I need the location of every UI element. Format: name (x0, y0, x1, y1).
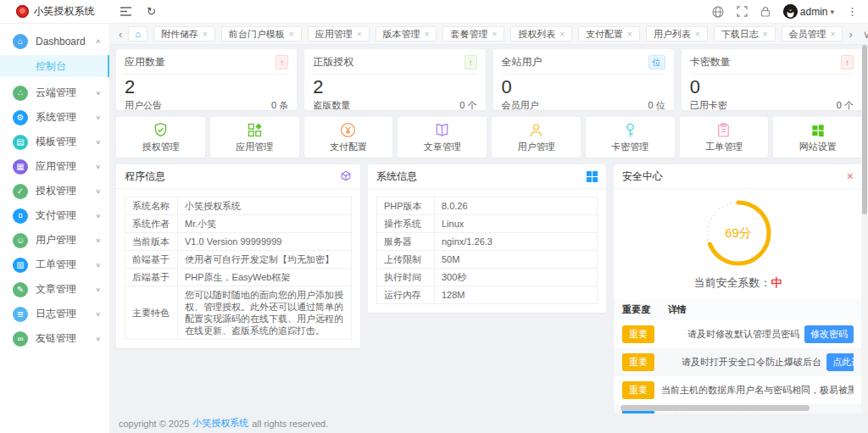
article-icon: ✎ (13, 282, 28, 297)
tab-license-list[interactable]: 授权列表× (510, 26, 572, 42)
stat-footer-value: 0 个 (837, 99, 854, 112)
shortcut-articles[interactable]: 文章管理 (398, 117, 487, 158)
sidebar-item-payment[interactable]: ¤ 支付管理 ∨ (0, 203, 109, 228)
refresh-icon[interactable]: ↻ (147, 6, 156, 17)
change-password-button[interactable]: 修改密码 (804, 325, 854, 343)
stat-card-licenses: 正版授权↑ 2 盗版数量0 个 (304, 49, 485, 110)
fullscreen-icon[interactable] (737, 6, 748, 17)
stat-value: 0 (502, 77, 665, 97)
tab-attachment-storage[interactable]: 附件储存× (153, 26, 215, 42)
tab-member-management[interactable]: 会员管理× (782, 26, 843, 42)
table-row: 后端基于PHP原生，EasyWeb框架 (125, 269, 352, 286)
stat-footer-label: 用户公告 (125, 99, 162, 112)
close-icon[interactable]: × (289, 30, 294, 39)
close-icon[interactable]: × (357, 30, 362, 39)
avatar (783, 4, 798, 19)
lock-icon[interactable] (760, 6, 771, 17)
tabs-menu-icon[interactable]: ∨ (863, 29, 868, 40)
close-icon[interactable]: × (425, 30, 430, 39)
user-icon: ☺ (13, 233, 28, 248)
vertical-scrollbar-track (861, 45, 868, 414)
tab-package-management[interactable]: 套餐管理× (442, 26, 504, 42)
app-logo-icon (16, 5, 29, 18)
sidebar-item-application[interactable]: ▦ 应用管理 ∨ (0, 154, 109, 179)
chevron-up-icon: ∧ (95, 38, 101, 45)
shortcut-tickets[interactable]: 工单管理 (680, 117, 769, 158)
unit-badge: 位 (648, 55, 665, 69)
shortcut-cardkeys[interactable]: 卡密管理 (586, 117, 675, 158)
share-nodes-icon: ∴ (13, 86, 28, 101)
top-header: 小笑授权系统 ↻ admin ▾ ⋮ (0, 0, 868, 24)
tabs-forward-icon[interactable]: › (849, 29, 852, 40)
trend-up-badge: ↑ (841, 55, 854, 69)
table-row: 操作系统Linux (377, 215, 598, 233)
template-icon: ▤ (13, 135, 28, 150)
open-site-settings-button[interactable]: 点此进入网站设置打开 (826, 353, 854, 371)
severity-badge: 重要 (622, 353, 654, 371)
sidebar-item-tickets[interactable]: ▥ 工单管理 ∨ (0, 253, 109, 277)
panel-title: 系统信息 (376, 169, 417, 184)
sidebar-item-cloud[interactable]: ∴ 云端管理 ∨ (0, 80, 109, 105)
gear-icon: ⚙ (13, 110, 28, 125)
main-content: 应用数量↑ 2 用户公告0 条 正版授权↑ 2 盗版数量0 个 全站用户位 0 … (110, 45, 868, 414)
more-vertical-icon[interactable]: ⋮ (847, 6, 858, 17)
stat-footer-label: 会员用户 (502, 99, 539, 112)
sidebar-item-template[interactable]: ▤ 模板管理 ∨ (0, 130, 109, 154)
close-icon[interactable]: × (492, 30, 497, 39)
stat-card-apps: 应用数量↑ 2 用户公告0 条 (116, 49, 297, 110)
chevron-down-icon: ∨ (95, 311, 101, 318)
book-icon (433, 121, 451, 139)
app-grid-icon (246, 121, 264, 139)
shortcut-payment-config[interactable]: 支付配置 (304, 117, 393, 158)
sidebar: ⌂ Dashboard ∧ 控制台 ∴ 云端管理 ∨ ⚙ 系统管理 ∨ ▤ 模板… (0, 24, 110, 433)
sidebar-item-license[interactable]: ✓ 授权管理 ∨ (0, 179, 109, 203)
stat-card-cardkeys: 卡密数量↑ 0 已用卡密0 个 (682, 49, 862, 110)
stat-footer-label: 盗版数量 (313, 99, 350, 112)
tab-portal-template[interactable]: 前台门户模板× (221, 26, 302, 42)
stat-footer-value: 0 个 (459, 99, 476, 112)
close-icon[interactable]: × (559, 30, 565, 39)
app-logo: 小笑授权系统 (0, 0, 110, 24)
tab-user-list[interactable]: 用户列表× (646, 26, 708, 42)
tab-download-log[interactable]: 下载日志× (714, 26, 776, 42)
close-icon[interactable]: × (203, 30, 208, 39)
tab-version-management[interactable]: 版本管理× (376, 26, 437, 42)
chevron-down-icon: ∨ (95, 114, 101, 121)
shortcut-users[interactable]: 用户管理 (492, 117, 581, 158)
tab-home[interactable]: ⌂ (128, 26, 147, 42)
close-icon[interactable]: × (763, 30, 768, 39)
sidebar-item-logs[interactable]: ≣ 日志管理 ∨ (0, 302, 109, 326)
tabs-back-icon[interactable]: ‹ (119, 29, 122, 40)
close-icon[interactable]: × (847, 169, 854, 183)
sidebar-item-system[interactable]: ⚙ 系统管理 ∨ (0, 105, 109, 130)
menu-fold-icon[interactable] (120, 6, 131, 17)
system-info-panel: 系统信息 PHP版本8.0.26 操作系统Linux 服务器nginx/1.26… (368, 164, 606, 313)
shortcut-apps[interactable]: 应用管理 (210, 117, 299, 158)
shortcut-site-settings[interactable]: 网站设置 (773, 117, 862, 158)
close-icon[interactable]: × (627, 30, 632, 39)
footer-brand-link[interactable]: 小笑授权系统 (192, 417, 248, 430)
shortcut-license[interactable]: 授权管理 (116, 117, 205, 158)
tab-app-management[interactable]: 应用管理× (308, 26, 370, 42)
globe-icon[interactable] (712, 6, 724, 18)
sidebar-item-dashboard[interactable]: ⌂ Dashboard ∧ (0, 29, 109, 53)
security-issue-row: 重要 当前主机的数据库用户名与密码相同，极易被黑客破解，请及时修改 (614, 376, 862, 404)
horizontal-scrollbar[interactable] (620, 405, 810, 411)
app-grid-icon: ▦ (13, 159, 28, 175)
table-row: 系统作者Mr.小笑 (125, 215, 352, 233)
sidebar-item-users[interactable]: ☺ 用户管理 ∨ (0, 228, 109, 253)
close-icon[interactable]: × (831, 30, 836, 39)
security-issue-row: 重要 请及时修改默认管理员密码修改密码 (614, 320, 862, 348)
sidebar-item-articles[interactable]: ✎ 文章管理 ∨ (0, 277, 109, 302)
sidebar-item-links[interactable]: ∞ 友链管理 ∨ (0, 326, 109, 351)
stat-title: 卡密数量 (690, 55, 731, 69)
close-icon[interactable]: × (695, 30, 700, 39)
stat-footer-value: 0 位 (648, 99, 665, 112)
user-menu[interactable]: admin ▾ (783, 4, 834, 19)
ticket-icon: ▥ (13, 258, 28, 273)
vertical-scrollbar[interactable] (862, 45, 867, 214)
sidebar-item-console[interactable]: 控制台 (0, 55, 109, 77)
tab-payment-config[interactable]: 支付配置× (578, 26, 640, 42)
stat-value: 2 (313, 77, 476, 97)
shield-check-icon (152, 121, 170, 139)
